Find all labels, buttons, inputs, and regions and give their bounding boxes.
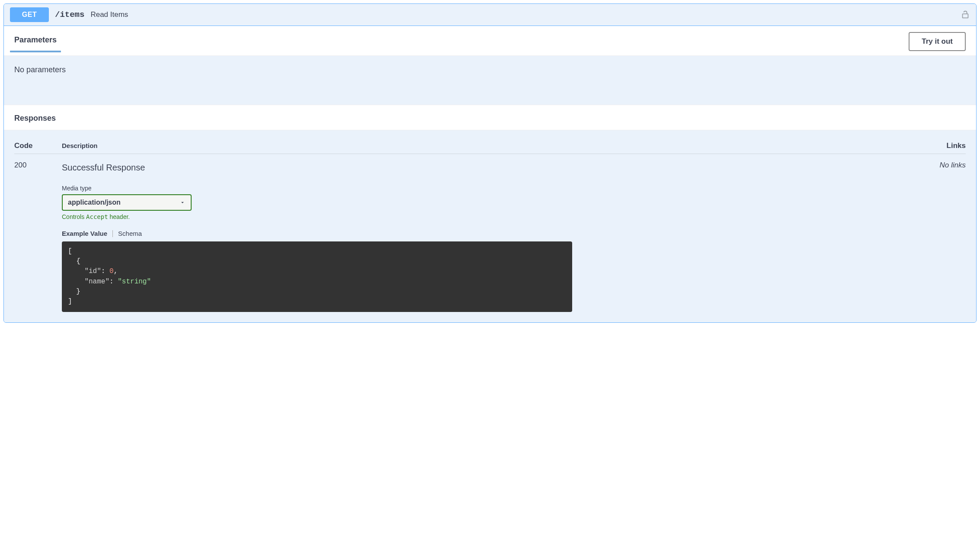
method-badge: GET	[10, 7, 49, 22]
operation-summary[interactable]: GET /items Read Items	[4, 4, 976, 26]
media-type-value: application/json	[68, 199, 121, 206]
responses-title: Responses	[14, 114, 966, 123]
operation-summary-text: Read Items	[90, 10, 128, 19]
th-code: Code	[14, 141, 62, 150]
media-type-label: Media type	[62, 185, 927, 192]
response-links: No links	[927, 161, 966, 312]
responses-table-head: Code Description Links	[14, 133, 966, 154]
try-it-out-button[interactable]: Try it out	[909, 32, 966, 51]
response-description: Successful Response	[62, 163, 927, 173]
response-code: 200	[14, 161, 62, 312]
responses-header: Responses	[4, 105, 976, 130]
chevron-down-icon	[179, 199, 186, 206]
tab-separator	[112, 230, 113, 237]
th-description: Description	[62, 142, 927, 149]
response-description-cell: Successful Response Media type applicati…	[62, 161, 927, 312]
no-parameters-message: No parameters	[4, 56, 976, 105]
operation-block: GET /items Read Items Parameters Try it …	[3, 3, 977, 323]
tab-example-value[interactable]: Example Value	[62, 230, 107, 237]
unlock-icon[interactable]	[961, 10, 970, 19]
th-links: Links	[927, 141, 966, 150]
parameters-header: Parameters Try it out	[4, 26, 976, 56]
operation-path: /items	[55, 10, 84, 19]
response-row: 200 Successful Response Media type appli…	[14, 154, 966, 312]
example-value-code: [ { "id": 0, "name": "string" } ]	[62, 241, 572, 312]
responses-table: Code Description Links 200 Successful Re…	[4, 130, 976, 322]
media-type-select[interactable]: application/json	[62, 194, 192, 211]
accept-header-hint: Controls Accept header.	[62, 213, 927, 220]
example-schema-tabs: Example Value Schema	[62, 230, 927, 237]
tab-schema[interactable]: Schema	[118, 230, 142, 237]
parameters-title: Parameters	[14, 35, 57, 48]
